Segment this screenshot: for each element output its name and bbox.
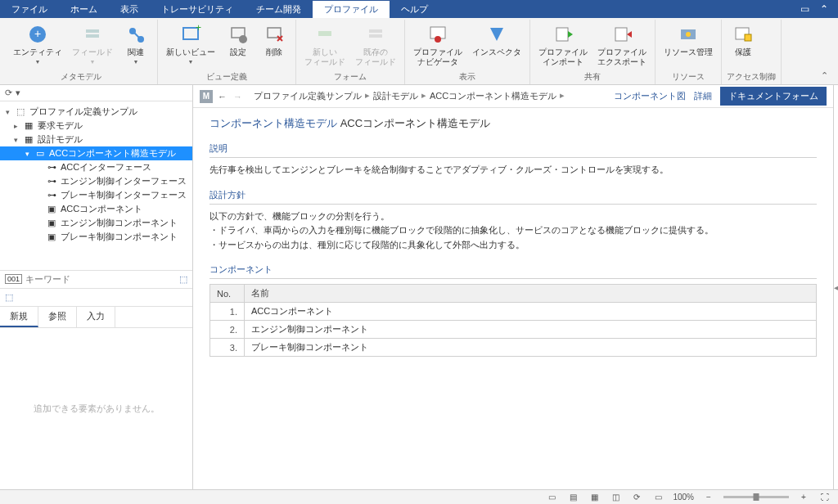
col-no[interactable]: No. <box>210 285 245 303</box>
window-collapse-icon[interactable]: ⌃ <box>818 3 830 15</box>
inspector-icon <box>485 23 508 46</box>
menu-tab-5[interactable]: プロファイル <box>313 1 390 18</box>
ribbon-profilenav-button[interactable]: プロファイル ナビゲータ <box>410 21 466 69</box>
tree-label: ブレーキ制御コンポーネント <box>61 231 178 243</box>
menu-tab-6[interactable]: ヘルプ <box>390 1 439 18</box>
ribbon-group-label: 表示 <box>410 71 525 84</box>
grid-icon: ▦ <box>23 121 34 131</box>
tree-node[interactable]: ⊶エンジン制御インターフェース <box>0 174 192 188</box>
menu-tab-3[interactable]: トレーサビリティ <box>150 1 245 18</box>
tree-label: 設計モデル <box>38 133 83 146</box>
zoom-out-button[interactable]: − <box>702 493 715 502</box>
nav-fwd-icon[interactable]: → <box>233 92 242 101</box>
ribbon-newview-button[interactable]: +新しいビュー▼ <box>163 21 219 66</box>
tree-root[interactable]: ▾⬚プロファイル定義サンプル <box>0 105 192 119</box>
comp-icon: ▣ <box>46 205 57 214</box>
table-row[interactable]: 1.ACCコンポーネント <box>210 303 817 321</box>
tree-node[interactable]: ▣エンジン制御コンポーネント <box>0 216 192 230</box>
tree-node[interactable]: ⊶ACCインターフェース <box>0 160 192 174</box>
table-row[interactable]: 3.ブレーキ制御コンポーネント <box>210 339 817 357</box>
ribbon-inspector-button[interactable]: インスペクタ <box>469 21 525 59</box>
sidebar-tab-0[interactable]: 新規 <box>0 307 38 327</box>
zoom-slider[interactable] <box>723 496 789 498</box>
dropdown-icon[interactable]: ▾ <box>16 88 20 98</box>
ribbon-resmgr-button[interactable]: リソース管理 <box>660 21 716 59</box>
ribbon-settings-button[interactable]: 設定 <box>222 21 255 59</box>
menu-tab-2[interactable]: 表示 <box>109 1 150 18</box>
ribbon-group: 新しい フィールド既存の フィールドフォーム <box>296 20 405 84</box>
ribbon-protect-button[interactable]: 保護 <box>727 21 759 59</box>
nav-back-icon[interactable]: ← <box>218 92 227 101</box>
section-heading: 説明 <box>210 142 817 158</box>
tree-node[interactable]: ▾▦設計モデル <box>0 133 192 146</box>
breadcrumb-segment[interactable]: プロファイル定義サンプル <box>254 90 362 102</box>
zoom-in-button[interactable]: + <box>797 493 810 502</box>
sidebar-tab-1[interactable]: 参照 <box>38 307 77 327</box>
section-components: コンポーネント No. 名前 1.ACCコンポーネント2.エンジン制御コンポーネ… <box>210 263 817 357</box>
breadcrumb-nav: ← → <box>218 92 242 101</box>
ribbon-group-label: フォーム <box>301 71 399 84</box>
view-component-diagram[interactable]: コンポーネント図 <box>614 90 686 102</box>
tree-label: 要求モデル <box>38 119 83 132</box>
section-body: 先行事を検出してエンジンとブレーキを統合制御することでアダプティブ・クルーズ・コ… <box>210 163 817 178</box>
section-body: 以下の方針で、機能ブロックの分割を行う。 ・ドライバ、車両からの入力を種別毎に機… <box>210 209 817 253</box>
view-detail[interactable]: 詳細 <box>694 90 712 102</box>
ribbon-label: 新しい フィールド <box>304 47 345 67</box>
tag-icon[interactable]: ⬚ <box>5 292 13 302</box>
refresh-icon[interactable]: ⟳ <box>5 88 12 98</box>
ribbon-label: エンティティ <box>13 47 62 57</box>
tree-node[interactable]: ▣ブレーキ制御コンポーネント <box>0 230 192 244</box>
cell-name: ブレーキ制御コンポーネント <box>245 339 817 357</box>
section-heading: コンポーネント <box>210 263 817 279</box>
tree-label: ブレーキ制御インターフェース <box>61 189 187 201</box>
statusbar-view4-icon[interactable]: ◫ <box>609 493 622 502</box>
ribbon-pimport-button[interactable]: プロファイル インポート <box>535 21 591 69</box>
ribbon-pexport-button[interactable]: プロファイル エクスポート <box>594 21 650 69</box>
statusbar-view2-icon[interactable]: ▤ <box>566 493 579 502</box>
entity-type: コンポーネント構造モデル <box>210 117 337 129</box>
tree-node[interactable]: ▣ACCコンポーネント <box>0 202 192 216</box>
col-name[interactable]: 名前 <box>245 285 817 303</box>
menu-tab-1[interactable]: ホーム <box>59 1 109 18</box>
newfield-icon <box>313 23 336 46</box>
search-input[interactable] <box>25 274 176 284</box>
ribbon-collapse-icon[interactable]: ⌃ <box>816 67 833 84</box>
tree-label: エンジン制御インターフェース <box>61 175 187 187</box>
svg-point-10 <box>239 35 247 43</box>
tree-node[interactable]: ▾▭ACCコンポーネント構造モデル <box>0 146 192 160</box>
tree-node[interactable]: ▸▦要求モデル <box>0 119 192 133</box>
window-minimize-icon[interactable]: ▭ <box>799 3 810 15</box>
ribbon-label: プロファイル エクスポート <box>597 47 647 67</box>
fit-icon[interactable]: ⛶ <box>818 493 831 502</box>
statusbar-view5-icon[interactable]: ⟳ <box>630 493 643 502</box>
right-panel-toggle[interactable]: ◂ <box>833 85 838 489</box>
ribbon-label: リソース管理 <box>664 47 713 57</box>
sidebar-search: 001 ⬚ <box>0 270 192 288</box>
table-row[interactable]: 2.エンジン制御コンポーネント <box>210 321 817 339</box>
breadcrumb-segment[interactable]: ACCコンポーネント構造モデル <box>430 90 556 102</box>
ribbon-delete-button[interactable]: 削除 <box>258 21 291 59</box>
breadcrumb: M ← → プロファイル定義サンプル▸設計モデル▸ACCコンポーネント構造モデル… <box>193 85 833 108</box>
cell-no: 3. <box>210 339 245 357</box>
menu-tab-0[interactable]: ファイル <box>0 1 59 18</box>
sidebar-tab-2[interactable]: 入力 <box>77 307 115 327</box>
svg-rect-19 <box>556 28 568 41</box>
ribbon-label: インスペクタ <box>472 47 521 57</box>
breadcrumb-segment[interactable]: 設計モデル <box>373 90 418 102</box>
ribbon-entity-button[interactable]: +エンティティ▼ <box>10 21 65 66</box>
statusbar-view3-icon[interactable]: ▦ <box>588 493 601 502</box>
chevron-right-icon: ▸ <box>421 90 426 102</box>
ribbon-relation-button[interactable]: 関連▼ <box>119 21 152 66</box>
keyword-badge-icon: 001 <box>5 274 22 284</box>
delete-icon <box>263 23 286 46</box>
comp-icon: ▣ <box>46 218 57 228</box>
statusbar-view6-icon[interactable]: ▭ <box>651 493 665 502</box>
search-action-icon[interactable]: ⬚ <box>179 274 187 285</box>
svg-rect-14 <box>318 31 331 36</box>
menu-tab-4[interactable]: チーム開発 <box>245 1 313 18</box>
ribbon-group: プロファイル ナビゲータインスペクタ表示 <box>405 20 530 84</box>
statusbar-view1-icon[interactable]: ▭ <box>545 493 558 502</box>
view-document-form[interactable]: ドキュメントフォーム <box>720 87 827 106</box>
pimport-icon <box>552 23 574 46</box>
tree-node[interactable]: ⊶ブレーキ制御インターフェース <box>0 188 192 202</box>
